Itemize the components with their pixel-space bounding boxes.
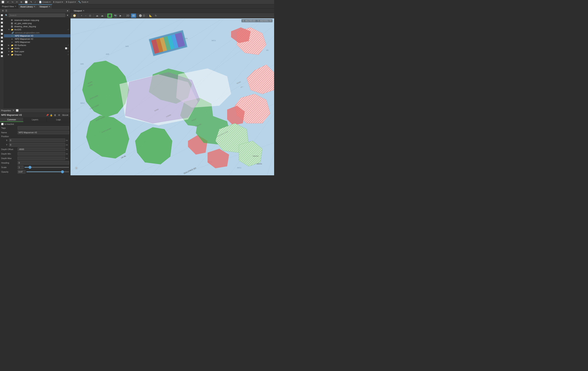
tree-expand-text[interactable]: ▼ — [8, 51, 10, 52]
toolbar-draw1[interactable]: ✎ — [30, 0, 33, 3]
tree-item-shapes[interactable]: ▶ 📁 Shapes ✓ — [4, 53, 70, 56]
side-icon-10[interactable]: ⬜ — [0, 47, 3, 50]
elevation-btn2[interactable]: ⛰ — [100, 13, 104, 18]
prop-tab-layers[interactable]: Layers — [23, 118, 47, 122]
ruler-btn[interactable]: 📐 — [148, 13, 153, 18]
tree-item-reservoir[interactable]: 🖼 reservoir texture copy.png — [4, 19, 70, 22]
tools-menu[interactable]: 🔧 Tools ▾ — [78, 1, 88, 3]
tab-asset-library[interactable]: Asset Library ✕ — [18, 4, 37, 8]
side-icon-11[interactable]: ⬜ — [0, 51, 3, 54]
tree-item-textlayer[interactable]: ▼ 📁 Text Layer ✓ — [4, 50, 70, 53]
opacity-value[interactable] — [18, 170, 25, 174]
elevation-btn[interactable]: ⛰ — [95, 13, 99, 18]
view-mode-1[interactable] — [139, 14, 142, 17]
toolbar-new[interactable]: ⬜ — [1, 0, 5, 3]
tab-asset-library-close[interactable]: ✕ — [34, 5, 35, 8]
properties-maximize[interactable]: ⬜ — [16, 109, 19, 112]
side-icon-5[interactable]: ⬜ — [0, 29, 3, 32]
viewport-tab[interactable]: Viewport ✕ — [72, 9, 86, 13]
properties-lock-icon[interactable]: 🔒 — [50, 113, 53, 117]
tree-item-drawing[interactable]: 🖼 drawing_clear_big.png — [4, 25, 70, 28]
side-icon-8[interactable]: ⬜ — [0, 40, 3, 43]
depthmax-input[interactable] — [18, 156, 65, 160]
tree-expand-3d[interactable]: ▶ — [8, 44, 10, 46]
tab-viewport-close[interactable]: ✕ — [49, 5, 50, 8]
tree-item-arcgis[interactable]: ▼ 📁 ArcGIS ✓ — [4, 28, 70, 31]
icon-list[interactable]: ☰ — [5, 9, 8, 12]
toolbar-draw2[interactable]: / — [34, 1, 36, 3]
camera-btn[interactable]: 📷 — [113, 13, 118, 18]
toolbar-redo[interactable]: ↪ — [11, 0, 14, 3]
tree-item-oilgas[interactable]: 🖼 oil_gas_water.png — [4, 22, 70, 25]
side-icon-4[interactable]: ⬜ — [0, 25, 3, 28]
zoom-out-btn[interactable]: − — [84, 13, 87, 18]
scale-slider[interactable] — [24, 167, 69, 168]
tree-item-3dsurfaces[interactable]: ▶ 📁 3D Surfaces ✓ — [4, 44, 70, 47]
tree-item-npd2[interactable]: ● NPD Mapserver #2 — [4, 37, 70, 41]
play-btn[interactable]: ▶ — [119, 13, 122, 18]
toolbar-copy[interactable]: ⧉ — [20, 0, 23, 3]
tree-item-npd3[interactable]: ● NPD Mapserver #3 — [4, 34, 70, 37]
toolbar-cut[interactable]: ✂ — [15, 0, 19, 3]
viewport-compass-btn[interactable]: 🧭 — [72, 13, 77, 18]
tree-item-wells[interactable]: ▶ 📁 Wells ⬜ ✓ — [4, 47, 70, 50]
side-icon-3[interactable]: ⬜ — [0, 21, 3, 24]
rotate-btn[interactable]: ↻ — [154, 13, 158, 18]
side-icon-9[interactable]: ⬜ — [0, 43, 3, 47]
x-input[interactable] — [9, 139, 65, 142]
side-icon-12[interactable]: ⬜ — [0, 55, 3, 58]
properties-more-btn[interactable]: More ▾ — [62, 113, 69, 117]
viewport-canvas[interactable]: X: 461783.63 Y: 6824353.79 — [71, 18, 274, 175]
name-input[interactable] — [18, 131, 69, 134]
tree-check[interactable]: ✓ — [68, 51, 69, 52]
toolbar-paste[interactable]: ⬜ — [24, 0, 28, 3]
toolbar-undo[interactable]: ↩ — [6, 0, 10, 3]
side-icon-6[interactable]: ⬜ — [0, 32, 3, 35]
btn-3d[interactable]: 3D — [131, 13, 136, 18]
tab-project-view[interactable]: Project View ✕ — [0, 4, 18, 8]
btn-2d[interactable]: 2D — [125, 13, 130, 18]
tree-check[interactable]: ✓ — [68, 29, 69, 31]
properties-close[interactable]: ✕ — [12, 109, 15, 112]
view-mode-2[interactable] — [143, 14, 145, 17]
search-filter-icon[interactable]: ▼ — [66, 14, 69, 17]
properties-gear-icon[interactable]: ⚙ — [58, 113, 61, 117]
viewport-tab-close[interactable]: ✕ — [83, 10, 84, 12]
zoom-in-btn[interactable]: + — [80, 13, 83, 18]
import-menu[interactable]: ⬇ Import ▾ — [53, 1, 63, 3]
scale-value[interactable] — [18, 165, 23, 169]
tree-check[interactable]: ✓ — [68, 54, 69, 56]
y-input[interactable] — [9, 143, 65, 146]
create-menu[interactable]: 📄 Create ▾ — [39, 1, 51, 3]
side-icon-7[interactable]: ⬜ — [0, 36, 3, 39]
depthmin-input[interactable] — [18, 152, 65, 155]
tree-icon-r2[interactable]: ✓ — [68, 47, 69, 49]
tree-item-npd[interactable]: ● NPD Mapserver — [4, 41, 70, 44]
side-icon-2[interactable]: ⬜ — [0, 17, 3, 21]
tab-project-view-close[interactable]: ✕ — [15, 5, 16, 7]
tree-expand-wells[interactable]: ▶ — [8, 47, 10, 49]
prop-tab-common[interactable]: Common — [0, 118, 23, 122]
properties-delete-icon[interactable]: 🗑 — [54, 113, 57, 117]
properties-pin-icon[interactable]: 📌 — [46, 113, 49, 117]
tree-expand-arcgis[interactable]: ▼ — [8, 29, 10, 31]
layers-btn[interactable]: ⬛ — [107, 13, 112, 18]
search-input[interactable] — [9, 13, 65, 17]
side-icon-1[interactable]: ⬜ — [0, 14, 3, 17]
fit-view-btn[interactable]: ⊡ — [88, 13, 92, 18]
icon-filter[interactable]: ▼ — [66, 9, 69, 12]
tab-viewport[interactable]: Viewport ✕ — [37, 4, 52, 8]
heading-input[interactable] — [18, 161, 69, 165]
icon-grid[interactable]: ⊞ — [1, 9, 4, 12]
opacity-slider[interactable] — [26, 171, 69, 172]
tree-expand-shapes[interactable]: ▶ — [8, 54, 10, 56]
export-menu[interactable]: ⬆ Export ▾ — [66, 1, 76, 3]
prop-tab-logs[interactable]: Logs — [47, 118, 70, 122]
tree-icon-r1[interactable]: ⬜ — [65, 47, 67, 49]
depthoffset-input[interactable] — [18, 147, 65, 151]
tree-item-arcgis-url[interactable]: 🔗 services.arcgisonline.com — [4, 31, 70, 34]
tags-input[interactable] — [18, 126, 69, 130]
x-unit: m — [66, 139, 69, 142]
isinactive-checkbox[interactable] — [1, 123, 3, 125]
tree-check[interactable]: ✓ — [68, 44, 69, 46]
